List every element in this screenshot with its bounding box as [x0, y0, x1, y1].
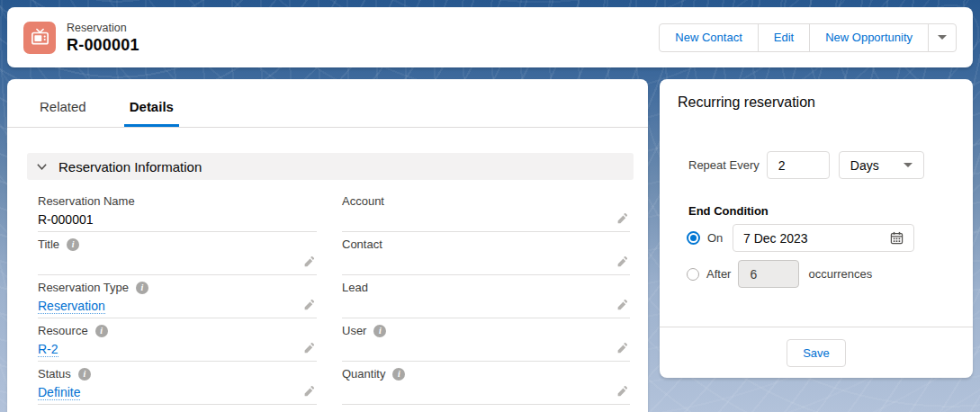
pencil-icon[interactable] [616, 385, 628, 397]
pencil-icon[interactable] [303, 299, 315, 310]
pencil-icon[interactable] [616, 342, 628, 354]
edit-button[interactable]: Edit [758, 23, 810, 52]
on-radio-label[interactable]: On [707, 231, 725, 245]
chevron-down-icon [938, 35, 947, 40]
field-label: Title [38, 237, 59, 251]
info-icon[interactable]: i [373, 325, 386, 337]
occurrences-input [738, 260, 799, 288]
field-column-right: Account Contact Lead Useri [342, 189, 630, 405]
field-label: Lead [342, 281, 368, 294]
end-date-input[interactable]: 7 Dec 2023 [733, 224, 914, 252]
end-after-row: After occurrences [687, 260, 872, 288]
repeat-unit-select[interactable]: Days [839, 151, 924, 179]
repeat-interval-input[interactable] [767, 151, 830, 179]
new-contact-button[interactable]: New Contact [659, 23, 758, 52]
field-lead: Lead [342, 275, 630, 318]
field-label: Account [342, 194, 384, 208]
field-resource: Resourcei R-2 [38, 318, 317, 362]
pencil-icon[interactable] [616, 255, 628, 267]
field-user: Useri [342, 318, 630, 362]
new-opportunity-button[interactable]: New Opportunity [809, 23, 929, 52]
field-account: Account [342, 189, 630, 232]
pencil-icon[interactable] [303, 385, 315, 397]
field-reservation-name: Reservation Name R-000001 [38, 189, 317, 232]
field-label: User [342, 324, 366, 337]
field-label: Resource [38, 324, 88, 337]
chevron-down-icon [36, 161, 48, 173]
record-name: R-000001 [67, 35, 139, 55]
info-icon[interactable]: i [136, 282, 148, 294]
field-value-link[interactable]: Definite [38, 385, 80, 400]
field-quantity: Quantityi [342, 362, 630, 405]
field-contact: Contact [342, 232, 630, 275]
end-date-value: 7 Dec 2023 [743, 231, 808, 246]
section-title: Reservation Information [58, 159, 202, 175]
info-icon[interactable]: i [67, 238, 79, 251]
after-radio-label[interactable]: After [706, 267, 731, 281]
field-column-left: Reservation Name R-000001 Titlei Reserva… [38, 189, 317, 405]
record-header: Reservation R-000001 New Contact Edit Ne… [7, 7, 973, 67]
field-label: Reservation Name [38, 194, 135, 208]
chevron-down-icon [904, 163, 913, 167]
field-status: Statusi Definite [38, 362, 317, 405]
field-value-link[interactable]: Reservation [38, 299, 105, 314]
section-header-reservation-information[interactable]: Reservation Information [27, 153, 634, 180]
on-radio[interactable] [687, 231, 700, 245]
record-detail-card: Related Details Reservation Information … [7, 79, 648, 412]
tv-icon [23, 22, 56, 54]
info-icon[interactable]: i [78, 368, 91, 381]
after-radio[interactable] [687, 268, 699, 281]
field-grid: Reservation Name R-000001 Titlei Reserva… [38, 189, 630, 405]
action-button-group: New Contact Edit New Opportunity [659, 23, 957, 52]
field-value: R-000001 [38, 212, 94, 227]
repeat-unit-value: Days [850, 158, 879, 173]
info-icon[interactable]: i [95, 325, 108, 337]
occurrences-suffix: occurrences [808, 267, 872, 281]
field-label: Quantity [342, 367, 385, 381]
object-label: Reservation [67, 21, 139, 35]
field-value-link[interactable]: R-2 [38, 342, 58, 357]
pencil-icon[interactable] [616, 212, 628, 224]
end-on-row: On 7 Dec 2023 [687, 224, 914, 252]
tab-related[interactable]: Related [34, 99, 92, 127]
panel-footer: Save [660, 327, 973, 378]
repeat-every-label: Repeat Every [688, 158, 760, 172]
pencil-icon[interactable] [616, 299, 628, 310]
recurring-reservation-panel: Recurring reservation Repeat Every Days … [660, 79, 973, 378]
end-condition-label: End Condition [688, 204, 769, 218]
pencil-icon[interactable] [303, 255, 315, 267]
repeat-every-row: Repeat Every Days [688, 151, 924, 179]
field-label: Status [38, 367, 71, 381]
pencil-icon[interactable] [303, 342, 315, 354]
page-background: Reservation R-000001 New Contact Edit Ne… [0, 0, 980, 412]
tab-bar: Related Details [7, 79, 648, 128]
field-reservation-type: Reservation Typei Reservation [38, 275, 317, 318]
field-title: Titlei [38, 232, 317, 275]
record-title-block: Reservation R-000001 [67, 21, 139, 55]
more-actions-button[interactable] [928, 23, 957, 52]
info-icon[interactable]: i [392, 368, 405, 381]
save-button[interactable]: Save [787, 339, 846, 367]
tab-details[interactable]: Details [124, 99, 179, 127]
field-label: Contact [342, 237, 382, 251]
calendar-icon[interactable] [890, 231, 904, 245]
field-label: Reservation Type [38, 281, 129, 294]
panel-title: Recurring reservation [678, 94, 815, 111]
